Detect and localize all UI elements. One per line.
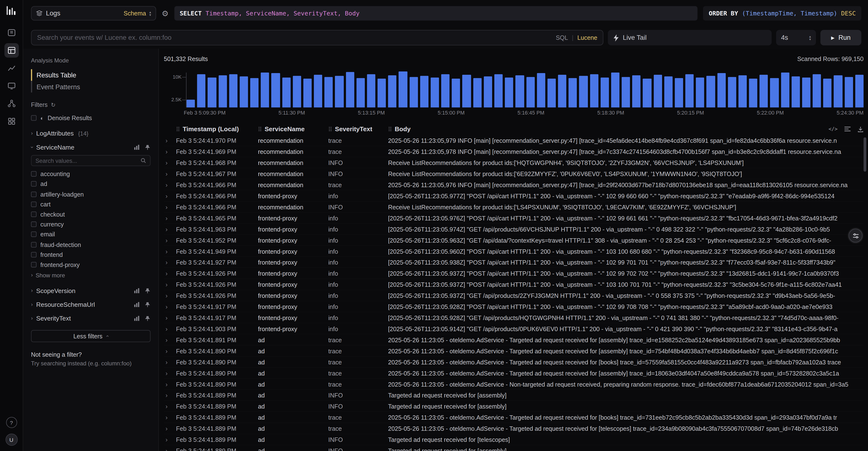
row-expand-chevron[interactable]: › bbox=[164, 204, 176, 210]
table-row[interactable]: › Feb 3 5:24:41.968 PM recommendation IN… bbox=[164, 157, 864, 168]
table-row[interactable]: › Feb 3 5:24:41.890 PM ad trace 2025-05-… bbox=[164, 379, 864, 390]
histogram-bar[interactable] bbox=[473, 78, 482, 107]
table-row[interactable]: › Feb 3 5:24:41.970 PM recommendation tr… bbox=[164, 135, 864, 146]
histogram-bar[interactable] bbox=[378, 79, 386, 108]
histogram-bar[interactable] bbox=[558, 74, 566, 107]
row-expand-chevron[interactable]: › bbox=[164, 259, 176, 266]
histogram-bar[interactable] bbox=[855, 74, 864, 107]
table-row[interactable]: › Feb 3 5:24:41.889 PM ad INFO Targeted … bbox=[164, 401, 864, 412]
histogram-bar[interactable] bbox=[484, 77, 492, 108]
histogram-bar[interactable] bbox=[399, 71, 407, 107]
histogram-bar[interactable] bbox=[272, 73, 280, 107]
checkbox[interactable] bbox=[31, 181, 37, 187]
order-by[interactable]: ORDER BY (TimestampTime, Timestamp) DESC bbox=[703, 6, 862, 21]
table-row[interactable]: › Feb 3 5:24:41.963 PM frontend-proxy in… bbox=[164, 224, 864, 235]
histogram-bar[interactable] bbox=[781, 72, 789, 107]
table-row[interactable]: › Feb 3 5:24:41.890 PM ad trace 2025-05-… bbox=[164, 357, 864, 368]
row-expand-chevron[interactable]: › bbox=[164, 215, 176, 221]
table-row[interactable]: › Feb 3 5:24:41.890 PM ad trace 2025-05-… bbox=[164, 345, 864, 357]
row-expand-chevron[interactable]: › bbox=[164, 292, 176, 299]
app-logo[interactable] bbox=[6, 5, 16, 15]
histogram-bar[interactable] bbox=[643, 79, 651, 108]
sessions-icon[interactable] bbox=[4, 26, 19, 40]
row-expand-chevron[interactable]: › bbox=[164, 181, 176, 188]
histogram-bar[interactable] bbox=[622, 77, 630, 107]
less-filters-button[interactable]: Less filters › bbox=[31, 330, 151, 342]
histogram-bar[interactable] bbox=[250, 78, 259, 107]
histogram-bar[interactable] bbox=[685, 74, 694, 108]
histogram-bar[interactable] bbox=[664, 77, 673, 108]
histogram-bar[interactable] bbox=[452, 79, 460, 108]
table-row[interactable]: › Feb 3 5:24:41.889 PM ad INFO Targeted … bbox=[164, 434, 864, 445]
sql-preview[interactable]: SELECT Timestamp, ServiceName, SeverityT… bbox=[174, 6, 698, 21]
histogram-bar[interactable] bbox=[356, 78, 365, 107]
table-row[interactable]: › Feb 3 5:24:41.891 PM ad trace 2025-05-… bbox=[164, 334, 864, 345]
histogram-bar[interactable] bbox=[208, 78, 216, 108]
run-button[interactable]: ▶ Run bbox=[820, 30, 862, 46]
search-input[interactable] bbox=[37, 34, 556, 41]
facet-value-row[interactable]: accounting bbox=[31, 169, 151, 179]
facet-value-row[interactable]: fraud-detection bbox=[31, 239, 151, 250]
histogram-bar[interactable] bbox=[824, 79, 832, 108]
help-button[interactable]: ? bbox=[6, 417, 17, 428]
collapsed-filter-row[interactable]: › SeverityText bbox=[31, 315, 151, 322]
histogram-bar[interactable] bbox=[293, 76, 301, 107]
histogram-bar[interactable] bbox=[516, 75, 524, 108]
histogram-bar[interactable] bbox=[632, 75, 641, 108]
filter-servicename[interactable]: › ServiceName bbox=[31, 144, 151, 151]
histogram-bar[interactable] bbox=[675, 78, 683, 107]
row-expand-chevron[interactable]: › bbox=[164, 303, 176, 310]
chart-icon[interactable] bbox=[134, 316, 140, 321]
row-expand-chevron[interactable]: › bbox=[164, 148, 176, 155]
mode-sql[interactable]: SQL bbox=[556, 34, 568, 41]
histogram-bar[interactable] bbox=[261, 72, 269, 107]
row-expand-chevron[interactable]: › bbox=[164, 137, 176, 144]
row-expand-chevron[interactable]: › bbox=[164, 159, 176, 166]
row-expand-chevron[interactable]: › bbox=[164, 381, 176, 387]
row-expand-chevron[interactable]: › bbox=[164, 314, 176, 321]
show-more-button[interactable]: › Show more bbox=[31, 270, 151, 280]
histogram-bar[interactable] bbox=[240, 77, 248, 108]
row-expand-chevron[interactable]: › bbox=[164, 425, 176, 432]
interval-select[interactable]: 4s ▴▾ bbox=[776, 30, 816, 46]
histogram-bar[interactable] bbox=[526, 77, 534, 107]
histogram-bar[interactable] bbox=[749, 79, 757, 108]
table-row[interactable]: › Feb 3 5:24:41.969 PM recommendation tr… bbox=[164, 146, 864, 157]
table-row[interactable]: › Feb 3 5:24:41.952 PM frontend-proxy in… bbox=[164, 235, 864, 246]
histogram-bar[interactable] bbox=[653, 74, 662, 107]
source-selector[interactable]: Logs Schema ▴▾ bbox=[31, 6, 156, 21]
row-expand-chevron[interactable]: › bbox=[164, 281, 176, 288]
histogram-bar[interactable] bbox=[441, 74, 450, 108]
table-row[interactable]: › Feb 3 5:24:41.966 PM recommendation tr… bbox=[164, 179, 864, 190]
row-expand-chevron[interactable]: › bbox=[164, 170, 176, 177]
histogram-bar[interactable] bbox=[367, 74, 375, 108]
facet-value-row[interactable]: artillery-loadgen bbox=[31, 189, 151, 199]
table-row[interactable]: › Feb 3 5:24:41.917 PM frontend-proxy in… bbox=[164, 301, 864, 312]
histogram-bar[interactable] bbox=[696, 78, 705, 108]
row-expand-chevron[interactable]: › bbox=[164, 414, 176, 421]
facet-value-row[interactable]: frontend-proxy bbox=[31, 260, 151, 270]
table-row[interactable]: › Feb 3 5:24:41.927 PM frontend-proxy in… bbox=[164, 257, 864, 268]
histogram-bar[interactable] bbox=[314, 74, 322, 107]
checkbox[interactable] bbox=[31, 212, 37, 217]
table-row[interactable]: › Feb 3 5:24:41.903 PM frontend-proxy in… bbox=[164, 323, 864, 334]
scrollbar-thumb[interactable] bbox=[864, 137, 866, 172]
histogram-bar[interactable] bbox=[760, 74, 768, 107]
checkbox[interactable] bbox=[31, 262, 37, 267]
pin-icon[interactable] bbox=[145, 315, 151, 322]
histogram-bar[interactable] bbox=[813, 74, 821, 108]
table-row[interactable]: › Feb 3 5:24:41.889 PM ad trace 2025-05-… bbox=[164, 423, 864, 434]
pin-icon[interactable] bbox=[145, 301, 151, 307]
search-logs-icon[interactable] bbox=[4, 43, 19, 58]
histogram-bar[interactable] bbox=[282, 78, 290, 108]
table-row[interactable]: › Feb 3 5:24:41.889 PM ad trace 2025-05-… bbox=[164, 412, 864, 423]
row-expand-chevron[interactable]: › bbox=[164, 270, 176, 277]
histogram-bar[interactable] bbox=[579, 76, 588, 107]
histogram-bar[interactable] bbox=[728, 77, 736, 107]
table-row[interactable]: › Feb 3 5:24:41.889 PM ad INFO Targeted … bbox=[164, 390, 864, 401]
drag-handle-icon[interactable] bbox=[388, 126, 392, 132]
histogram-bar[interactable] bbox=[845, 77, 853, 107]
histogram-bar[interactable] bbox=[324, 77, 333, 107]
histogram-bar[interactable] bbox=[547, 79, 556, 108]
chart-icon[interactable] bbox=[134, 288, 140, 294]
